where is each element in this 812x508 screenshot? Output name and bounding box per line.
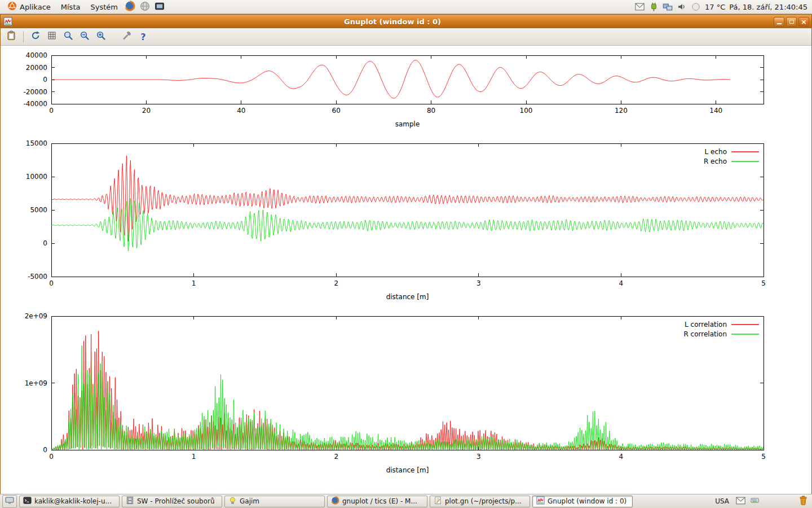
firefox-icon [331, 496, 339, 506]
text-editor-icon [434, 496, 442, 506]
svg-text:1: 1 [192, 453, 196, 461]
window-controls: × [772, 17, 809, 27]
show-desktop-button[interactable] [2, 495, 17, 508]
power-icon[interactable] [648, 2, 659, 12]
globe-launcher[interactable] [138, 1, 152, 14]
copy-to-clipboard-button[interactable] [4, 30, 19, 43]
screenshot-tool-icon [155, 1, 165, 13]
panel-tray: 17 °C Pá, 18. září, 21:40:45 [634, 2, 809, 12]
task-text-editor[interactable]: plot.gn (~/projects/p... [430, 496, 530, 507]
mail-icon[interactable] [736, 497, 745, 506]
echo-chart[interactable]: 012345-5000050001000015000distance [m]L … [1, 132, 811, 306]
help-button[interactable]: ? [136, 30, 151, 43]
minimize-button[interactable] [774, 17, 784, 27]
task-label: kaklik@kaklik-kolej-u... [34, 497, 116, 505]
weather-icon[interactable] [691, 2, 701, 12]
network-icon[interactable] [663, 2, 673, 12]
replot-button[interactable] [28, 30, 43, 43]
svg-text:40: 40 [237, 107, 245, 115]
toggle-grid-button[interactable] [45, 30, 59, 43]
svg-text:5: 5 [761, 279, 766, 287]
terminal-icon [23, 496, 32, 506]
refresh-icon [30, 30, 41, 43]
task-label: SW - Prohlížeč souborů [137, 497, 218, 505]
keyboard-layout-indicator[interactable]: USA [713, 497, 731, 506]
svg-text:0: 0 [49, 279, 54, 287]
task-label: plot.gn (~/projects/p... [445, 497, 526, 505]
mail-icon[interactable] [634, 2, 645, 12]
zoom-in-button[interactable] [94, 30, 108, 43]
svg-text:0: 0 [43, 76, 47, 84]
task-file-browser[interactable]: SW - Prohlížeč souborů [122, 496, 222, 507]
temperature-label[interactable]: 17 °C [705, 3, 725, 11]
svg-text:R correlation: R correlation [683, 330, 727, 338]
taskbar-tray: USA [713, 495, 810, 507]
svg-text:120: 120 [615, 107, 628, 115]
svg-text:3: 3 [476, 279, 481, 287]
svg-text:1: 1 [192, 279, 196, 287]
trash-icon[interactable] [798, 495, 809, 507]
svg-text:0: 0 [49, 453, 54, 461]
maximize-glyph [789, 20, 794, 24]
svg-text:5: 5 [761, 453, 766, 461]
titlebar[interactable]: Gnuplot (window id : 0) × [1, 15, 811, 28]
volume-icon[interactable] [677, 2, 687, 12]
magnifier-plus-icon [96, 30, 106, 43]
taskbar: kaklik@kaklik-kolej-u... SW - Prohlížeč … [0, 494, 812, 508]
firefox-icon [125, 1, 135, 13]
svg-text:2: 2 [334, 279, 338, 287]
places-menu-label: Místa [61, 3, 81, 11]
applications-menu[interactable]: Aplikace [3, 0, 55, 14]
svg-text:4: 4 [619, 453, 624, 461]
svg-text:0: 0 [43, 239, 47, 247]
svg-text:100: 100 [520, 107, 533, 115]
magnifier-minus-icon [80, 30, 90, 43]
show-desktop-icon [5, 497, 14, 506]
window-title: Gnuplot (window id : 0) [13, 17, 772, 26]
clock-applet[interactable]: Pá, 18. září, 21:40:45 [729, 3, 807, 11]
svg-text:0: 0 [43, 446, 47, 454]
svg-text:140: 140 [709, 107, 722, 115]
toolbar-separator [23, 31, 24, 42]
firefox-launcher[interactable] [123, 1, 137, 14]
globe-icon [140, 1, 150, 13]
clipboard-icon [6, 30, 16, 43]
task-firefox[interactable]: gnuplot / tics (E) - M... [327, 496, 427, 507]
task-gnuplot[interactable]: Gnuplot (window id : 0) [532, 496, 633, 507]
desktop: Aplikace Místa Systém [0, 0, 812, 508]
correlation-chart[interactable]: 01234501e+092e+09distance [m]L correlati… [1, 306, 811, 480]
svg-text:sample: sample [395, 120, 420, 128]
file-manager-icon [126, 496, 134, 506]
svg-text:4: 4 [619, 279, 624, 287]
wrench-icon [122, 30, 132, 43]
task-label: gnuplot / tics (E) - M... [342, 497, 423, 505]
close-button[interactable]: × [798, 17, 809, 27]
svg-text:5000: 5000 [30, 206, 47, 214]
svg-text:L correlation: L correlation [685, 321, 727, 329]
task-terminal[interactable]: kaklik@kaklik-kolej-u... [19, 496, 120, 507]
sample-waveform-chart[interactable]: 020406080100120140-40000-200000200004000… [1, 47, 811, 132]
configure-button[interactable] [120, 30, 134, 43]
svg-text:10000: 10000 [26, 173, 47, 181]
gnuplot-icon [536, 496, 545, 506]
svg-text:80: 80 [427, 107, 435, 115]
maximize-button[interactable] [786, 17, 797, 27]
task-gajim[interactable]: Gajim [224, 496, 325, 507]
svg-text:distance [m]: distance [m] [386, 293, 429, 301]
applications-menu-label: Aplikace [20, 3, 51, 11]
minimize-glyph [777, 23, 782, 24]
svg-text:2e+09: 2e+09 [25, 312, 47, 320]
plot-area[interactable]: 020406080100120140-40000-200000200004000… [1, 46, 811, 495]
screenshot-tool-launcher[interactable] [153, 1, 166, 14]
svg-text:-20000: -20000 [23, 88, 47, 96]
task-label: Gnuplot (window id : 0) [548, 497, 629, 505]
close-glyph: × [801, 18, 807, 25]
input-method-icon[interactable] [750, 496, 760, 506]
places-menu[interactable]: Místa [56, 2, 85, 12]
svg-text:60: 60 [332, 107, 341, 115]
zoom-button[interactable] [61, 30, 76, 43]
zoom-out-button[interactable] [77, 30, 92, 43]
system-menu[interactable]: Systém [86, 2, 122, 12]
system-menu-label: Systém [90, 3, 117, 11]
svg-text:-40000: -40000 [23, 100, 47, 108]
